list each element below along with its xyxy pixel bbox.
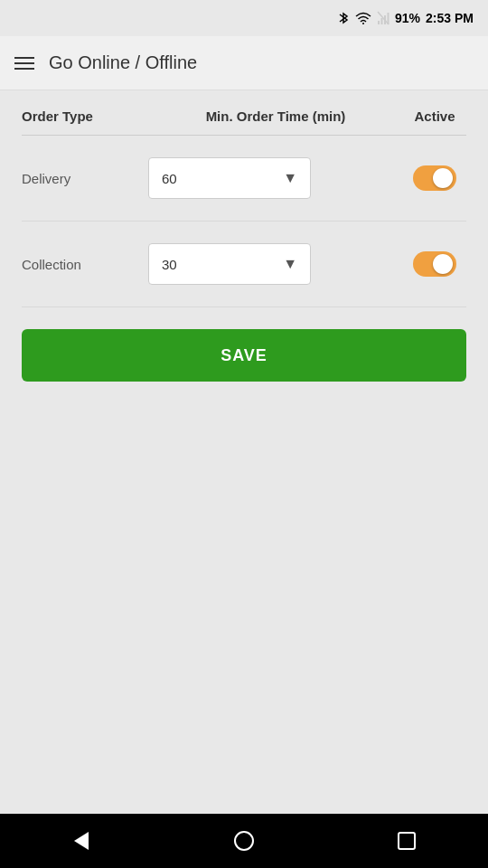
delivery-select-wrapper: 60 ▼ [148, 157, 403, 199]
bluetooth-icon [337, 11, 350, 25]
current-time: 2:53 PM [426, 11, 474, 25]
collection-label: Collection [22, 257, 148, 272]
signal-icon [377, 11, 389, 25]
delivery-select-container: 60 ▼ [148, 157, 311, 199]
hamburger-line-1 [14, 57, 34, 59]
back-button[interactable] [54, 814, 108, 868]
table-header: Order Type Min. Order Time (min) Active [22, 108, 466, 136]
delivery-row: Delivery 60 ▼ [22, 136, 466, 222]
svg-point-0 [362, 23, 364, 24]
collection-select-wrapper: 30 ▼ [148, 243, 403, 285]
menu-button[interactable] [14, 57, 34, 70]
recents-icon [398, 832, 416, 850]
delivery-toggle-wrapper [403, 165, 466, 191]
delivery-chevron-icon: ▼ [283, 170, 297, 186]
col-header-active: Active [403, 108, 466, 124]
back-icon [74, 832, 89, 850]
svg-rect-1 [378, 21, 380, 24]
delivery-label: Delivery [22, 171, 148, 186]
main-content: Order Type Min. Order Time (min) Active … [0, 90, 488, 400]
delivery-toggle-slider [413, 165, 456, 191]
collection-chevron-icon: ▼ [283, 256, 297, 272]
wifi-icon [355, 12, 371, 24]
bottom-nav [0, 814, 488, 868]
recents-button[interactable] [380, 814, 434, 868]
collection-row: Collection 30 ▼ [22, 222, 466, 307]
status-icons: 91% 2:53 PM [337, 11, 474, 25]
collection-select-container: 30 ▼ [148, 243, 311, 285]
delivery-time-value: 60 [162, 171, 177, 186]
battery-level: 91% [395, 11, 420, 25]
hamburger-line-3 [14, 68, 34, 70]
collection-toggle-wrapper [403, 251, 466, 277]
collection-time-select[interactable]: 30 ▼ [148, 243, 311, 285]
delivery-toggle[interactable] [413, 165, 456, 191]
hamburger-line-2 [14, 62, 34, 64]
page-title: Go Online / Offline [49, 52, 197, 73]
home-button[interactable] [217, 814, 271, 868]
collection-toggle[interactable] [413, 251, 456, 277]
home-icon [234, 831, 254, 851]
collection-toggle-slider [413, 251, 456, 277]
delivery-time-select[interactable]: 60 ▼ [148, 157, 311, 199]
collection-time-value: 30 [162, 257, 177, 272]
app-header: Go Online / Offline [0, 36, 488, 90]
status-bar: 91% 2:53 PM [0, 0, 488, 36]
save-button[interactable]: SAVE [22, 329, 466, 382]
col-header-min-order: Min. Order Time (min) [148, 108, 403, 124]
svg-rect-2 [381, 18, 383, 24]
col-header-order-type: Order Type [22, 108, 148, 124]
